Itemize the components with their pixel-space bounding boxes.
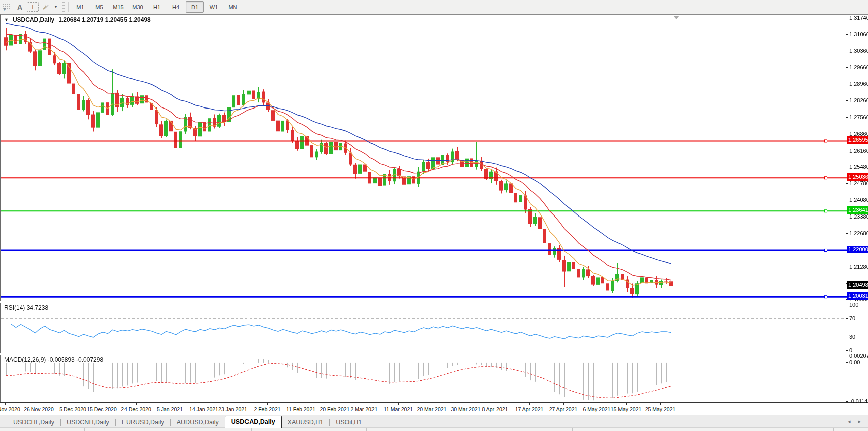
date-axis-tick bbox=[495, 403, 495, 405]
timeframe-button-h4[interactable]: H4 bbox=[167, 1, 185, 13]
price-tag: 1.26595 bbox=[847, 136, 868, 144]
price-axis-label: 1.22680 bbox=[849, 230, 868, 236]
scrollbar-segment-mark bbox=[366, 428, 367, 431]
timeframe-button-mn[interactable]: MN bbox=[224, 1, 242, 13]
date-axis-tick bbox=[432, 403, 432, 405]
main-chart-pane[interactable] bbox=[0, 14, 868, 301]
chart-tab-bar: USDCHF,DailyUSDCNH,DailyEURUSD,DailyAUDU… bbox=[0, 415, 868, 428]
rsi-axis-label: 100 bbox=[849, 302, 858, 308]
chart-ohlc-values: 1.20684 1.20719 1.20455 1.20498 bbox=[58, 16, 151, 23]
date-axis[interactable]: 17 Nov 202026 Nov 20205 Dec 202015 Dec 2… bbox=[0, 403, 868, 415]
timeframe-button-w1[interactable]: W1 bbox=[205, 1, 223, 13]
date-axis-label: 2 Mar 2021 bbox=[350, 406, 377, 412]
price-axis-tick bbox=[846, 117, 848, 118]
date-axis-tick bbox=[102, 403, 102, 405]
date-axis-tick bbox=[5, 403, 6, 405]
chart-tab-xauusd[interactable]: XAUUSD,H1 bbox=[282, 417, 330, 428]
date-axis-label: 23 Jan 2021 bbox=[218, 406, 247, 412]
chart-tab-eurusd[interactable]: EURUSD,Daily bbox=[116, 417, 170, 428]
toolbar-drag-handle[interactable] bbox=[62, 2, 65, 12]
date-axis-label: 30 Mar 2021 bbox=[451, 406, 481, 412]
tab-scroll-arrows[interactable]: ◂ ▸ bbox=[848, 418, 864, 425]
date-axis-tick bbox=[170, 403, 170, 405]
timeframe-button-h1[interactable]: H1 bbox=[148, 1, 166, 13]
price-axis-tick bbox=[846, 67, 848, 68]
toolbar-dropdown-caret-icon[interactable]: ▾ bbox=[53, 1, 59, 13]
price-axis-label: 1.30360 bbox=[849, 48, 868, 54]
price-tag: 1.20498 bbox=[847, 281, 868, 289]
timeframe-button-d1[interactable]: D1 bbox=[186, 1, 204, 13]
scrollbar-segment-mark bbox=[251, 428, 252, 431]
price-axis-tick bbox=[846, 151, 848, 151]
price-chart-canvas[interactable] bbox=[1, 15, 847, 301]
price-axis-tick bbox=[846, 233, 848, 234]
price-axis-label: 1.28260 bbox=[849, 97, 868, 103]
macd-axis-label: -0.011462 bbox=[849, 398, 868, 404]
chart-tab-usdcnh[interactable]: USDCNH,Daily bbox=[61, 417, 115, 428]
date-axis-tick bbox=[466, 403, 466, 405]
scrollbar-segment-mark bbox=[703, 428, 703, 431]
price-axis-label: 1.31060 bbox=[849, 31, 868, 37]
chart-tab-usoil[interactable]: USOil,H1 bbox=[330, 417, 368, 428]
date-axis-label: 2 Feb 2021 bbox=[254, 406, 280, 412]
rsi-axis-tick bbox=[846, 337, 848, 337]
bottom-scrollbar[interactable] bbox=[0, 427, 868, 431]
symbol-dropdown-caret-icon[interactable]: ▼ bbox=[4, 17, 9, 22]
chart-tab-usdcad[interactable]: USDCAD,Daily bbox=[225, 416, 282, 428]
price-tag: 1.25036 bbox=[847, 173, 868, 181]
chart-tab-audusd[interactable]: AUDUSD,Daily bbox=[171, 417, 225, 428]
date-axis-tick bbox=[136, 403, 137, 405]
date-axis-label: 14 Jan 2021 bbox=[189, 406, 218, 412]
date-axis-tick bbox=[597, 403, 597, 405]
date-axis-tick bbox=[267, 403, 268, 405]
price-axis-tick bbox=[846, 84, 848, 84]
price-axis-label: 1.29660 bbox=[849, 64, 868, 70]
date-axis-tick bbox=[398, 403, 399, 405]
price-axis-tick bbox=[846, 200, 848, 200]
price-tag: 1.23641 bbox=[847, 206, 868, 214]
price-axis-tick bbox=[846, 217, 848, 217]
date-axis-label: 11 Feb 2021 bbox=[286, 406, 315, 412]
price-axis-tick bbox=[846, 134, 848, 134]
macd-pane[interactable]: MACD(12,26,9) -0.005893 -0.007298 bbox=[0, 355, 868, 402]
object-arrows-icon[interactable] bbox=[40, 1, 52, 13]
rsi-pane[interactable]: RSI(14) 34.7238 bbox=[0, 303, 868, 353]
timeframe-button-m1[interactable]: M1 bbox=[71, 1, 89, 13]
scrollbar-segment-mark bbox=[572, 428, 573, 431]
chart-shift-marker-icon[interactable] bbox=[673, 16, 679, 19]
dotted-grid-icon[interactable]: F bbox=[1, 1, 13, 13]
chart-tab-usdchf[interactable]: USDCHF,Daily bbox=[7, 417, 60, 428]
macd-label: MACD(12,26,9) -0.005893 -0.007298 bbox=[4, 356, 103, 363]
price-axis-tick bbox=[846, 183, 848, 184]
rsi-canvas[interactable] bbox=[1, 303, 847, 353]
date-axis-label: 5 Jan 2021 bbox=[157, 406, 183, 412]
toolbar-separator bbox=[68, 2, 69, 12]
macd-axis-label: 0.002074 bbox=[849, 353, 868, 359]
date-axis-tick bbox=[73, 403, 73, 405]
price-tag: 1.20031 bbox=[847, 292, 868, 300]
date-axis-tick bbox=[660, 403, 661, 405]
tab-separator bbox=[368, 419, 368, 426]
price-axis-label: 1.28960 bbox=[849, 81, 868, 87]
date-axis-label: 17 Apr 2021 bbox=[515, 406, 544, 412]
date-axis-label: 8 Apr 2021 bbox=[482, 406, 508, 412]
macd-axis-tick bbox=[846, 356, 848, 356]
font-icon[interactable]: A bbox=[14, 1, 26, 13]
rsi-axis-label: 70 bbox=[849, 315, 855, 321]
date-axis-label: 26 Nov 2020 bbox=[24, 406, 54, 412]
timeframe-button-m15[interactable]: M15 bbox=[109, 1, 128, 13]
date-axis-tick bbox=[364, 403, 364, 405]
timeframe-button-m30[interactable]: M30 bbox=[129, 1, 147, 13]
timeframe-button-m5[interactable]: M5 bbox=[90, 1, 108, 13]
mt4-window: { "toolbar": { "tools": [ {"name": "dott… bbox=[0, 0, 868, 431]
scrollbar-segment-mark bbox=[442, 428, 442, 431]
chart-title: ▼ USDCAD,Daily 1.20684 1.20719 1.20455 1… bbox=[4, 16, 151, 23]
date-axis-label: 20 Mar 2021 bbox=[417, 406, 447, 412]
text-label-icon[interactable]: T bbox=[27, 2, 39, 12]
date-axis-tick bbox=[529, 403, 530, 405]
date-axis-tick bbox=[39, 403, 39, 405]
macd-canvas[interactable] bbox=[1, 355, 847, 402]
date-axis-tick bbox=[204, 403, 204, 405]
price-axis-tick bbox=[846, 167, 848, 167]
timeframe-button-group: M1M5M15M30H1H4D1W1MN bbox=[71, 1, 242, 13]
